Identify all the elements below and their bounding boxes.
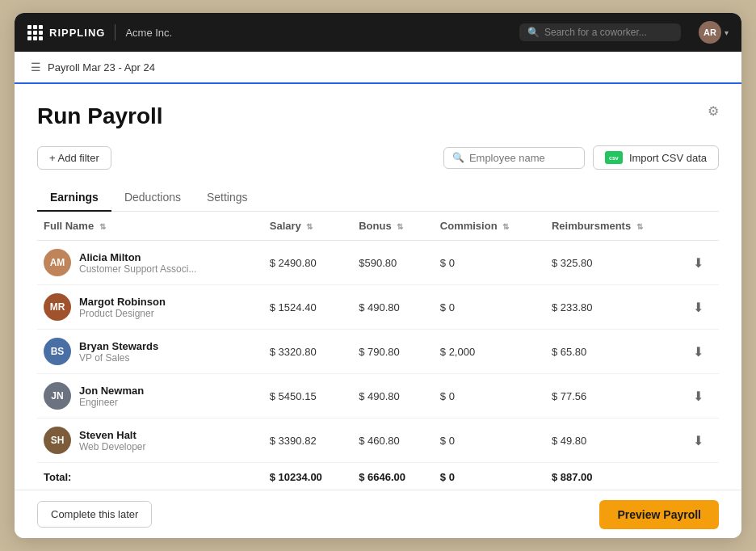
tab-bar: Earnings Deductions Settings [37, 184, 719, 212]
employee-search-bar[interactable]: 🔍 [443, 147, 585, 169]
cell-name-2: BS Bryan Stewards VP of Sales [37, 330, 263, 374]
cell-commission-4: $ 0 [434, 419, 545, 463]
footer: Complete this later Preview Payroll [15, 490, 741, 538]
cell-download-0[interactable]: ⬇ [687, 241, 719, 285]
cell-bonus-4: $ 460.80 [352, 419, 434, 463]
sort-icon-bonus: ⇅ [397, 222, 403, 231]
employee-name-0: Alicia Milton [79, 251, 196, 263]
cell-salary-4: $ 3390.82 [263, 419, 352, 463]
add-filter-button[interactable]: + Add filter [37, 146, 111, 170]
cell-salary-0: $ 2490.80 [263, 241, 352, 285]
tab-deductions[interactable]: Deductions [111, 184, 194, 212]
cell-reimbursements-3: $ 77.56 [545, 374, 687, 419]
col-salary: Salary ⇅ [263, 212, 352, 241]
table-row: JN Jon Newman Engineer $ 5450.15 $ 490.8… [37, 374, 719, 419]
cell-bonus-1: $ 490.80 [352, 285, 434, 330]
table-row: SH Steven Halt Web Developer $ 3390.82 $… [37, 419, 719, 463]
col-actions [687, 212, 719, 241]
cell-commission-3: $ 0 [434, 374, 545, 419]
cell-name-1: MR Margot Robinson Product Designer [37, 285, 263, 330]
gear-icon[interactable]: ⚙ [708, 103, 719, 119]
breadcrumb-icon: ☰ [31, 61, 41, 74]
cell-salary-1: $ 1524.40 [263, 285, 352, 330]
col-commission: Commision ⇅ [434, 212, 545, 241]
total-label: Total: [37, 463, 263, 490]
page-title: Run Payroll [37, 103, 163, 129]
download-icon-3[interactable]: ⬇ [693, 389, 704, 403]
cell-reimbursements-1: $ 233.80 [545, 285, 687, 330]
cell-reimbursements-4: $ 49.80 [545, 419, 687, 463]
cell-bonus-0: $590.80 [352, 241, 434, 285]
global-search-bar[interactable]: 🔍 Search for a coworker... [519, 23, 681, 41]
cell-download-2[interactable]: ⬇ [687, 330, 719, 374]
import-csv-label: Import CSV data [629, 152, 707, 164]
chevron-down-icon: ▾ [724, 28, 729, 37]
col-bonus: Bonus ⇅ [352, 212, 434, 241]
employee-name-1: Margot Robinson [79, 296, 166, 308]
company-name: Acme Inc. [125, 27, 172, 39]
complete-later-button[interactable]: Complete this later [37, 501, 152, 528]
preview-payroll-button[interactable]: Preview Payroll [599, 500, 719, 529]
tab-earnings[interactable]: Earnings [37, 184, 111, 212]
employee-name-2: Bryan Stewards [79, 340, 158, 352]
employee-avatar-0: AM [44, 249, 71, 276]
rippling-logo-icon [27, 25, 43, 40]
total-reimbursements: $ 887.00 [545, 463, 687, 490]
payroll-table: Full Name ⇅ Salary ⇅ Bonus ⇅ Commision ⇅… [37, 212, 719, 490]
cell-download-4[interactable]: ⬇ [687, 419, 719, 463]
employee-title-0: Customer Support Associ... [79, 263, 196, 275]
total-actions [687, 463, 719, 490]
download-icon-4[interactable]: ⬇ [693, 434, 704, 448]
cell-commission-2: $ 2,000 [434, 330, 545, 374]
payroll-table-wrap: Full Name ⇅ Salary ⇅ Bonus ⇅ Commision ⇅… [37, 212, 719, 490]
employee-avatar-4: SH [44, 427, 71, 454]
cell-reimbursements-0: $ 325.80 [545, 241, 687, 285]
total-commission: $ 0 [434, 463, 545, 490]
nav-divider [115, 24, 116, 40]
top-navbar: RIPPLING Acme Inc. 🔍 Search for a cowork… [15, 13, 741, 52]
breadcrumb: Payroll Mar 23 - Apr 24 [48, 61, 155, 74]
employee-title-2: VP of Sales [79, 352, 158, 364]
table-row: BS Bryan Stewards VP of Sales $ 3320.80 … [37, 330, 719, 374]
sort-icon-reimbursements: ⇅ [636, 222, 643, 231]
page-header: Run Payroll ⚙ [37, 103, 719, 129]
sort-icon-commission: ⇅ [502, 222, 509, 231]
total-bonus: $ 6646.00 [352, 463, 434, 490]
download-icon-0[interactable]: ⬇ [693, 256, 704, 270]
avatar: AR [699, 21, 721, 44]
app-window: RIPPLING Acme Inc. 🔍 Search for a cowork… [15, 13, 741, 538]
logo-text: RIPPLING [49, 27, 105, 39]
cell-download-3[interactable]: ⬇ [687, 374, 719, 419]
cell-commission-0: $ 0 [434, 241, 545, 285]
col-full-name: Full Name ⇅ [37, 212, 263, 241]
toolbar: + Add filter 🔍 csv Import CSV data [37, 145, 719, 170]
employee-title-1: Product Designer [79, 308, 166, 319]
cell-commission-1: $ 0 [434, 285, 545, 330]
search-icon: 🔍 [527, 27, 540, 38]
cell-name-4: SH Steven Halt Web Developer [37, 419, 263, 463]
cell-salary-2: $ 3320.80 [263, 330, 352, 374]
employee-name-3: Jon Newman [79, 385, 144, 397]
tab-settings[interactable]: Settings [194, 184, 261, 212]
import-csv-button[interactable]: csv Import CSV data [593, 145, 719, 170]
table-row: MR Margot Robinson Product Designer $ 15… [37, 285, 719, 330]
cell-bonus-3: $ 490.80 [352, 374, 434, 419]
cell-name-3: JN Jon Newman Engineer [37, 374, 263, 419]
csv-icon: csv [605, 151, 623, 164]
cell-bonus-2: $ 790.80 [352, 330, 434, 374]
main-content: Run Payroll ⚙ + Add filter 🔍 csv Import … [15, 84, 741, 490]
user-avatar-area[interactable]: AR ▾ [699, 21, 729, 44]
download-icon-2[interactable]: ⬇ [693, 345, 704, 359]
employee-avatar-2: BS [44, 338, 71, 365]
cell-salary-3: $ 5450.15 [263, 374, 352, 419]
sort-icon-salary: ⇅ [306, 222, 313, 231]
cell-reimbursements-2: $ 65.80 [545, 330, 687, 374]
cell-download-1[interactable]: ⬇ [687, 285, 719, 330]
employee-title-3: Engineer [79, 397, 144, 408]
employee-search-input[interactable] [469, 152, 576, 164]
breadcrumb-bar: ☰ Payroll Mar 23 - Apr 24 [15, 52, 741, 84]
cell-name-0: AM Alicia Milton Customer Support Associ… [37, 241, 263, 285]
download-icon-1[interactable]: ⬇ [693, 301, 704, 314]
employee-avatar-3: JN [44, 382, 71, 410]
csv-icon-text: csv [609, 155, 619, 161]
